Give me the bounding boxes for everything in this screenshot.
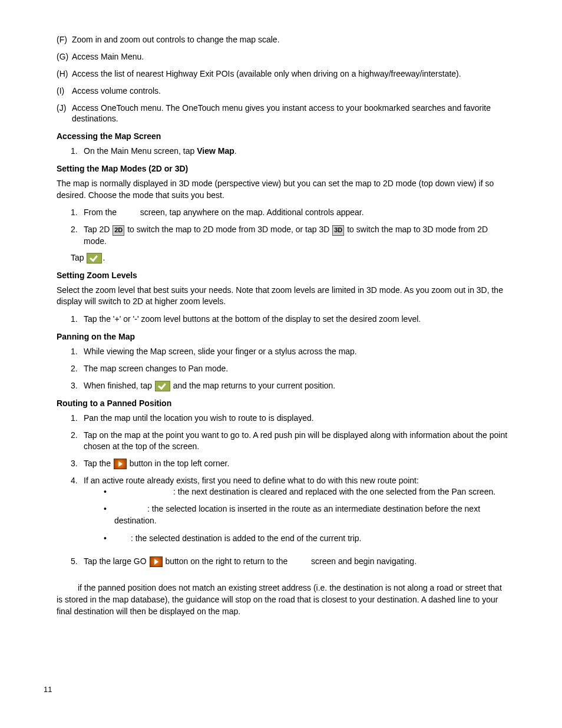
paragraph: The map is normally displayed in 3D mode…	[57, 178, 508, 201]
list-item: (J) Access OneTouch menu. The OneTouch m…	[57, 103, 508, 125]
section-heading: Setting the Map Modes (2D or 3D)	[57, 164, 508, 173]
item-number: 2.	[71, 363, 84, 374]
item-text: Access volume controls.	[72, 85, 508, 97]
list-item: 1. Pan the map until the location you wi…	[71, 413, 508, 424]
item-text: Access OneTouch menu. The OneTouch menu …	[72, 103, 508, 125]
list-item: 3. Tap the button in the top left corner…	[71, 458, 508, 469]
section-heading: Panning on the Map	[57, 332, 508, 341]
list-item: 1. From the screen, tap anywhere on the …	[71, 207, 508, 218]
item-text: Tap the button in the top left corner.	[84, 458, 508, 469]
item-number: 1.	[71, 146, 84, 157]
item-number: 3.	[71, 458, 84, 469]
list-item: 3. When finished, tap and the map return…	[71, 380, 508, 391]
numbered-list: 1. From the screen, tap anywhere on the …	[57, 207, 508, 246]
list-item: (G) Access Main Menu.	[57, 51, 508, 62]
bullet-item: • : the next destination is cleared and …	[104, 486, 508, 498]
bullet-item: • : the selected location is inserted in…	[104, 503, 508, 526]
item-letter: (H)	[57, 68, 72, 80]
checkmark-icon	[87, 253, 102, 263]
item-text: Pan the map until the location you wish …	[84, 413, 508, 424]
numbered-list: 1. While viewing the Map screen, slide y…	[57, 346, 508, 391]
list-item: (F) Zoom in and zoom out controls to cha…	[57, 34, 508, 45]
item-text: Tap on the map at the point you want to …	[84, 430, 508, 452]
section-heading: Routing to a Panned Position	[57, 398, 508, 408]
item-number: 4.	[71, 475, 84, 550]
item-letter: (F)	[57, 34, 72, 45]
item-number: 1.	[71, 207, 84, 218]
go-icon	[150, 556, 163, 567]
numbered-list: 1. On the Main Menu screen, tap View Map…	[57, 146, 508, 157]
page-number: 11	[44, 685, 52, 694]
item-number: 3.	[71, 380, 84, 391]
item-text: From the screen, tap anywhere on the map…	[84, 207, 508, 218]
item-text: Access Main Menu.	[72, 51, 508, 62]
list-item: 1. While viewing the Map screen, slide y…	[71, 346, 508, 357]
item-text: Tap the large GO button on the right to …	[84, 556, 508, 567]
note-paragraph: if the panned position does not match an…	[57, 582, 508, 617]
list-item: 2. Tap on the map at the point you want …	[71, 430, 508, 452]
list-item: 2. The map screen changes to Pan mode.	[71, 363, 508, 374]
item-text: Zoom in and zoom out controls to change …	[72, 34, 508, 45]
item-text: Tap 2D 2D to switch the map to 2D mode f…	[84, 224, 508, 246]
item-text: Access the list of nearest Highway Exit …	[72, 68, 508, 80]
item-number: 2.	[71, 430, 84, 452]
lettered-list: (F) Zoom in and zoom out controls to cha…	[57, 34, 508, 124]
2d-icon: 2D	[113, 225, 124, 236]
list-item: 2. Tap 2D 2D to switch the map to 2D mod…	[71, 224, 508, 246]
paragraph: Select the zoom level that best suits yo…	[57, 285, 508, 308]
list-item: 1. On the Main Menu screen, tap View Map…	[71, 146, 508, 157]
numbered-list: 1. Tap the '+' or '-' zoom level buttons…	[57, 314, 508, 325]
section-heading: Setting Zoom Levels	[57, 271, 508, 280]
item-text: The map screen changes to Pan mode.	[84, 363, 508, 374]
checkmark-icon	[155, 381, 170, 391]
3d-icon: 3D	[332, 225, 344, 236]
item-number: 1.	[71, 346, 84, 357]
bullet-list: • : the next destination is cleared and …	[84, 486, 508, 544]
list-item: (H) Access the list of nearest Highway E…	[57, 68, 508, 80]
list-item: 4. If an active route already exists, fi…	[71, 475, 508, 550]
go-icon	[114, 459, 127, 469]
list-item: (I) Access volume controls.	[57, 85, 508, 97]
section-heading: Accessing the Map Screen	[57, 131, 508, 141]
item-number: 1.	[71, 413, 84, 424]
tap-line: Tap .	[57, 253, 508, 263]
item-number: 5.	[71, 556, 84, 567]
item-number: 2.	[71, 224, 84, 246]
item-text: On the Main Menu screen, tap View Map.	[84, 146, 508, 157]
document-page: (F) Zoom in and zoom out controls to cha…	[0, 0, 562, 728]
list-item: 5. Tap the large GO button on the right …	[71, 556, 508, 567]
item-number: 1.	[71, 314, 84, 325]
item-text: While viewing the Map screen, slide your…	[84, 346, 508, 357]
item-letter: (I)	[57, 85, 72, 97]
item-text: When finished, tap and the map returns t…	[84, 380, 508, 391]
item-letter: (J)	[57, 103, 72, 125]
list-item: 1. Tap the '+' or '-' zoom level buttons…	[71, 314, 508, 325]
item-text: If an active route already exists, first…	[84, 475, 508, 550]
bullet-item: • : the selected destination is added to…	[104, 533, 508, 545]
item-text: Tap the '+' or '-' zoom level buttons at…	[84, 314, 508, 325]
item-letter: (G)	[57, 51, 72, 62]
numbered-list: 1. Pan the map until the location you wi…	[57, 413, 508, 568]
